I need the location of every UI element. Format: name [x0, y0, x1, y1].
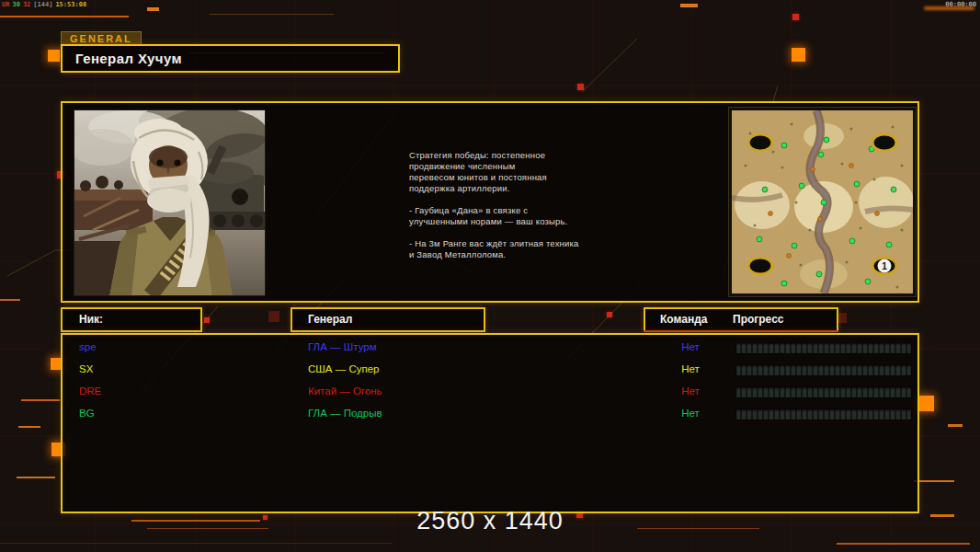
general-name-box: Генерал Хучум: [61, 44, 400, 73]
player-general: ГЛА — Штурм: [308, 341, 377, 352]
player-team: Нет: [658, 363, 723, 374]
team-header-underline: [644, 330, 838, 332]
debug-segment: 32: [23, 1, 30, 8]
briefing-paragraph: Стратегия победы: постепенное продвижени…: [409, 150, 648, 194]
loading-screen: UR3032[144]15:53:08 00:00:00 GENERAL Ген…: [0, 0, 980, 552]
player-general: ГЛА — Подрыв: [308, 408, 382, 419]
map-preview: 1: [729, 108, 916, 296]
nick-header-label: Ник:: [79, 309, 103, 330]
general-info-panel: Стратегия победы: постепенное продвижени…: [61, 101, 919, 303]
column-header-nick: Ник:: [61, 307, 202, 332]
debug-fps-overlay: UR3032[144]15:53:08: [2, 1, 89, 8]
general-header-label: Генерал: [308, 309, 352, 330]
players-panel: spe ГЛА — Штурм Нет SX США — Супер Нет D…: [61, 333, 919, 513]
briefing-text: Стратегия победы: постепенное продвижени…: [409, 150, 648, 271]
player-progress-bar: [735, 342, 912, 354]
debug-segment: UR: [2, 1, 9, 8]
general-name: Генерал Хучум: [75, 46, 182, 71]
player-team: Нет: [658, 341, 723, 352]
timer-underline: [924, 6, 974, 10]
player-name: SX: [79, 363, 93, 374]
debug-segment: [144]: [33, 1, 52, 8]
player-row: SX США — Супер Нет: [63, 361, 917, 381]
debug-segment: 15:53:08: [55, 1, 86, 8]
player-name: BG: [79, 408, 95, 419]
briefing-paragraph: - На 3м Ранге вас ждёт элитная техника и…: [409, 238, 648, 260]
start-position-marker: 1: [878, 259, 892, 273]
svg-text:1: 1: [882, 261, 887, 271]
player-general: США — Супер: [308, 363, 379, 374]
player-team: Нет: [658, 385, 723, 397]
player-row: spe ГЛА — Штурм Нет: [63, 339, 917, 359]
player-row: DRE Китай — Огонь Нет: [63, 383, 917, 403]
column-header-team-progress: Команда Прогресс: [644, 307, 838, 332]
resolution-label: 2560 x 1440: [0, 507, 980, 535]
debug-segment: 30: [12, 1, 19, 8]
player-team: Нет: [658, 408, 723, 419]
player-name: spe: [79, 341, 97, 352]
team-header-label: Команда: [660, 309, 707, 330]
player-progress-bar: [735, 364, 912, 376]
progress-header-label: Прогресс: [733, 309, 783, 330]
briefing-paragraph: - Гаубица «Дана» в связке с улучшенными …: [409, 205, 648, 227]
player-progress-bar: [735, 408, 912, 420]
player-general: Китай — Огонь: [308, 385, 382, 397]
player-progress-bar: [735, 386, 912, 398]
player-row: BG ГЛА — Подрыв Нет: [63, 405, 917, 425]
player-name: DRE: [79, 385, 101, 397]
column-header-general: Генерал: [291, 307, 485, 332]
general-portrait: [74, 109, 266, 296]
